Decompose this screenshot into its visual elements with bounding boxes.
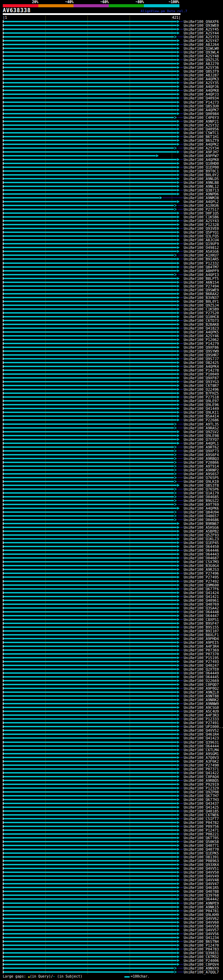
alignment-row[interactable]: UniRef100_Q40961 [0,599,223,603]
alignment-bar[interactable] [3,948,176,950]
alignment-bar[interactable] [3,354,176,356]
alignment-bar[interactable] [3,297,176,298]
alignment-row[interactable]: UniRef100_Q677F6 [0,587,223,591]
hit-label[interactable]: UniRef100_Q9LKH9 [184,913,219,917]
alignment-bar[interactable] [3,791,176,792]
alignment-bar[interactable] [3,427,174,429]
alignment-bar[interactable] [3,113,176,115]
alignment-bar[interactable] [3,396,176,398]
alignment-bar[interactable] [3,235,176,237]
alignment-row[interactable]: UniRef100_A3F6K2 [0,760,223,764]
alignment-bar[interactable] [3,584,176,586]
alignment-bar[interactable] [3,960,176,961]
alignment-bar[interactable] [3,661,176,662]
alignment-bar[interactable] [3,799,176,800]
alignment-bar[interactable] [3,508,176,509]
alignment-bar[interactable] [3,121,176,122]
alignment-bar[interactable] [3,151,176,153]
alignment-row[interactable]: UniRef100_Q41421 [0,595,223,599]
alignment-bar[interactable] [3,450,174,452]
alignment-bar[interactable] [3,530,176,532]
alignment-bar[interactable] [3,205,174,206]
hit-label[interactable]: UniRef100_A9NPE9 [184,901,219,905]
hit-label[interactable]: UniRef100_A9TL35 [184,422,219,426]
alignment-bar[interactable] [3,415,176,417]
alignment-bar[interactable] [3,193,176,195]
alignment-bar[interactable] [3,764,176,766]
alignment-bar[interactable] [3,891,176,892]
hit-label[interactable]: UniRef100_A9SGM1 [184,752,219,756]
alignment-bar[interactable] [3,324,176,325]
alignment-bar[interactable] [3,550,176,551]
alignment-row[interactable]: UniRef100_P27490 [0,764,223,767]
alignment-bar[interactable] [3,262,176,264]
alignment-bar[interactable] [3,143,176,145]
alignment-bar[interactable] [3,500,174,501]
alignment-bar[interactable] [3,676,176,678]
alignment-row[interactable]: UniRef100_Q39631 [0,740,223,744]
alignment-bar[interactable] [3,82,176,83]
alignment-bar[interactable] [3,309,176,310]
alignment-row[interactable]: UniRef100_A7Q0V3 [0,756,223,760]
alignment-row[interactable]: UniRef100_A9RAS2 [0,426,223,430]
alignment-bar[interactable] [3,485,176,486]
hit-label[interactable]: UniRef100_P14273 [184,100,219,104]
alignment-bar[interactable] [3,611,176,612]
alignment-bar[interactable] [3,788,176,789]
alignment-bar[interactable] [3,163,176,164]
alignment-row[interactable]: UniRef100_Q00984 [0,112,223,116]
alignment-bar[interactable] [3,535,176,536]
alignment-bar[interactable] [3,634,176,635]
hit-label[interactable]: UniRef100_Q9ZSV2 [184,430,219,434]
alignment-bar[interactable] [3,174,176,175]
alignment-bar[interactable] [3,117,174,118]
alignment-bar[interactable] [3,684,176,685]
alignment-bar[interactable] [3,51,176,53]
alignment-bar[interactable] [3,201,176,202]
alignment-bar[interactable] [3,469,174,471]
alignment-bar[interactable] [3,741,176,743]
alignment-bar[interactable] [3,40,176,41]
hit-label[interactable]: UniRef100_A4QPI3 [184,273,219,277]
alignment-bar[interactable] [3,933,176,934]
hit-label[interactable]: UniRef100_Q7XYQ7 [184,438,219,442]
alignment-bar[interactable] [3,627,176,628]
alignment-bar[interactable] [3,228,176,229]
alignment-bar[interactable] [3,554,176,555]
alignment-bar[interactable] [3,703,176,704]
alignment-bar[interactable] [3,906,176,908]
alignment-bar[interactable] [3,803,176,804]
alignment-bar[interactable] [3,90,176,91]
alignment-bar[interactable] [3,140,176,141]
alignment-row[interactable]: UniRef100_Q40769 [0,603,223,606]
alignment-bar[interactable] [3,730,176,731]
alignment-bar[interactable] [3,44,176,45]
alignment-bar[interactable] [3,630,176,632]
alignment-bar[interactable] [3,745,176,747]
alignment-bar[interactable] [3,369,176,371]
alignment-bar[interactable] [3,795,176,797]
alignment-bar[interactable] [3,538,176,539]
alignment-bar[interactable] [3,385,176,386]
alignment-bar[interactable] [3,726,176,727]
alignment-bar[interactable] [3,887,176,888]
alignment-bar[interactable] [3,826,176,827]
alignment-bar[interactable] [3,446,174,448]
alignment-bar[interactable] [3,849,176,850]
alignment-bar[interactable] [3,937,176,938]
alignment-bar[interactable] [3,642,176,643]
alignment-bar[interactable] [3,247,176,248]
alignment-bar[interactable] [3,523,176,524]
alignment-bar[interactable] [3,366,176,367]
alignment-bar[interactable] [3,132,176,134]
alignment-bar[interactable] [3,75,176,76]
alignment-bar[interactable] [3,780,176,781]
alignment-bar[interactable] [3,837,176,838]
alignment-bar[interactable] [3,189,176,191]
alignment-bar[interactable] [3,833,176,835]
alignment-bar[interactable] [3,32,176,34]
alignment-bar[interactable] [3,853,176,854]
alignment-row[interactable]: UniRef100_A4QPI3 [0,273,223,277]
alignment-bar[interactable] [3,21,176,22]
alignment-bar[interactable] [3,695,176,697]
